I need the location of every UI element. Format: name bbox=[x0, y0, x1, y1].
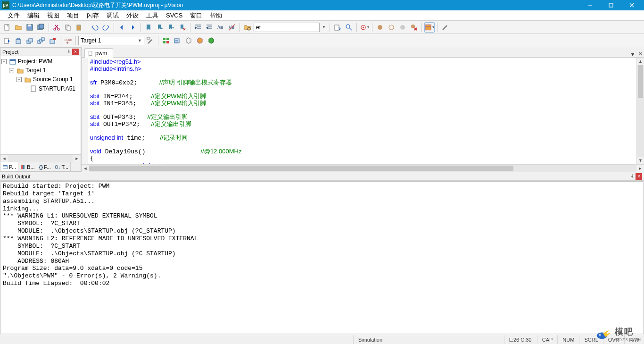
code-editor[interactable]: #include<reg51.h> #include<intrins.h> sf… bbox=[82, 58, 644, 164]
project-panel-close[interactable]: × bbox=[72, 49, 79, 55]
tab-dropdown-button[interactable]: ▼ bbox=[629, 51, 636, 57]
save-all-button[interactable] bbox=[36, 22, 46, 33]
menu-edit[interactable]: 编辑 bbox=[24, 10, 43, 21]
breakpoint-disable-button[interactable] bbox=[397, 22, 408, 33]
breakpoint-kill-button[interactable] bbox=[409, 22, 419, 33]
svg-rect-56 bbox=[163, 41, 165, 43]
tab-project[interactable]: P... bbox=[0, 162, 18, 171]
bookmark-toggle-button[interactable] bbox=[143, 22, 154, 33]
uncomment-button[interactable]: //≡ bbox=[227, 22, 237, 33]
build-output-text[interactable]: Rebuild started: Project: PWM Rebuild ta… bbox=[0, 181, 644, 334]
statusbar: Simulation L:26 C:30 CAP NUM SCRL OVR R/… bbox=[0, 335, 644, 344]
configure-button[interactable] bbox=[440, 22, 450, 33]
cut-button[interactable] bbox=[51, 22, 62, 33]
nav-forward-button[interactable] bbox=[128, 22, 138, 33]
target-combo-value: Target 1 bbox=[81, 37, 101, 44]
svg-point-9 bbox=[54, 28, 56, 30]
svg-point-36 bbox=[400, 25, 405, 30]
editor-hscrollbar[interactable]: ◄► bbox=[82, 164, 644, 172]
bookmark-next-button[interactable] bbox=[166, 22, 176, 33]
tree-collapse-icon[interactable]: − bbox=[1, 59, 7, 64]
svg-rect-6 bbox=[28, 25, 31, 26]
find-in-files-button[interactable] bbox=[242, 22, 253, 33]
tab-books[interactable]: B... bbox=[18, 162, 37, 171]
maximize-button[interactable] bbox=[601, 0, 621, 10]
paste-button[interactable] bbox=[74, 22, 84, 33]
menu-help[interactable]: 帮助 bbox=[206, 10, 226, 21]
menu-svcs[interactable]: SVCS bbox=[162, 11, 186, 20]
window-layout-button[interactable]: ▾ bbox=[424, 22, 435, 33]
pin-icon[interactable] bbox=[630, 174, 635, 179]
svg-rect-14 bbox=[67, 26, 70, 30]
manage-multi-project-button[interactable] bbox=[172, 35, 182, 46]
menu-project[interactable]: 项目 bbox=[63, 10, 83, 21]
pack-installer-button[interactable] bbox=[206, 35, 216, 46]
tree-collapse-icon[interactable]: − bbox=[17, 77, 22, 82]
translate-button[interactable] bbox=[2, 35, 12, 46]
menu-tools[interactable]: 工具 bbox=[142, 10, 162, 21]
menu-peripherals[interactable]: 外设 bbox=[123, 10, 142, 21]
download-button[interactable]: LOAD bbox=[63, 35, 73, 46]
find-input[interactable] bbox=[254, 23, 320, 32]
folder-icon bbox=[17, 67, 24, 75]
batch-build-button[interactable] bbox=[36, 35, 46, 46]
copy-button[interactable] bbox=[63, 22, 73, 33]
new-file-button[interactable] bbox=[2, 22, 12, 33]
bookmark-prev-button[interactable] bbox=[155, 22, 165, 33]
redo-button[interactable] bbox=[101, 22, 111, 33]
undo-button[interactable] bbox=[90, 22, 100, 33]
breakpoint-insert-button[interactable] bbox=[375, 22, 385, 33]
tab-functions[interactable]: {}F... bbox=[37, 162, 53, 171]
debug-button[interactable]: ▾ bbox=[359, 22, 370, 33]
tab-templates[interactable]: 0↓T... bbox=[53, 162, 71, 171]
svg-line-31 bbox=[349, 28, 352, 30]
code-content[interactable]: #include<reg51.h> #include<intrins.h> sf… bbox=[88, 58, 636, 164]
bookmark-clear-button[interactable] bbox=[177, 22, 188, 33]
manage-rte-button[interactable] bbox=[183, 35, 194, 46]
target-options-button[interactable] bbox=[145, 35, 156, 46]
comment-button[interactable]: //≡ bbox=[215, 22, 226, 33]
menu-flash[interactable]: 闪存 bbox=[83, 10, 103, 21]
menu-file[interactable]: 文件 bbox=[4, 10, 24, 21]
build-output-close[interactable]: × bbox=[636, 173, 642, 180]
window-title: C:\Users\Administrator\Desktop\双路电子开关\PW… bbox=[12, 1, 580, 9]
tab-close-button[interactable]: ✕ bbox=[636, 51, 644, 57]
indent-button[interactable] bbox=[193, 22, 203, 33]
pin-icon[interactable] bbox=[66, 49, 71, 55]
svg-rect-43 bbox=[16, 40, 21, 43]
nav-back-button[interactable] bbox=[116, 22, 127, 33]
close-button[interactable] bbox=[621, 0, 642, 10]
stop-build-button[interactable] bbox=[47, 35, 58, 46]
project-tree-hscroll[interactable]: ◄► bbox=[0, 154, 81, 162]
outdent-button[interactable] bbox=[204, 22, 215, 33]
menu-view[interactable]: 视图 bbox=[43, 10, 63, 21]
tree-target[interactable]: − Target 1 bbox=[1, 66, 80, 75]
tree-collapse-icon[interactable]: − bbox=[9, 68, 14, 73]
minimize-button[interactable] bbox=[580, 0, 601, 10]
select-packs-button[interactable] bbox=[195, 35, 205, 46]
target-combo[interactable]: Target 1 ▼ bbox=[78, 36, 144, 45]
save-button[interactable] bbox=[25, 22, 35, 33]
find-next-button[interactable] bbox=[332, 22, 343, 33]
document-tabs: pwm ▼ ✕ bbox=[82, 47, 644, 58]
menu-window[interactable]: 窗口 bbox=[186, 10, 206, 21]
tree-file[interactable]: STARTUP.A51 bbox=[1, 84, 80, 93]
tree-root[interactable]: − Project: PWM bbox=[1, 57, 80, 66]
svg-rect-53 bbox=[147, 37, 150, 39]
project-tree[interactable]: − Project: PWM − Target 1 − Source Group… bbox=[0, 56, 81, 154]
manage-project-items-button[interactable] bbox=[161, 35, 171, 46]
find-dropdown[interactable]: ▼ bbox=[321, 22, 327, 33]
breakpoint-enable-button[interactable] bbox=[386, 22, 396, 33]
open-file-button[interactable] bbox=[13, 22, 24, 33]
tree-group[interactable]: − Source Group 1 bbox=[1, 75, 80, 84]
editor-vscrollbar[interactable]: ▲▼ bbox=[636, 58, 644, 164]
build-button[interactable] bbox=[13, 35, 24, 46]
rebuild-button[interactable] bbox=[25, 35, 35, 46]
svg-rect-49 bbox=[41, 38, 44, 41]
project-panel: Project × − Project: PWM − Target 1 − So… bbox=[0, 47, 81, 172]
svg-rect-42 bbox=[4, 38, 8, 43]
document-tab-pwm[interactable]: pwm bbox=[84, 48, 113, 58]
incremental-find-button[interactable] bbox=[344, 22, 354, 33]
build-output-title: Build Output bbox=[2, 174, 31, 179]
menu-debug[interactable]: 调试 bbox=[103, 10, 123, 21]
